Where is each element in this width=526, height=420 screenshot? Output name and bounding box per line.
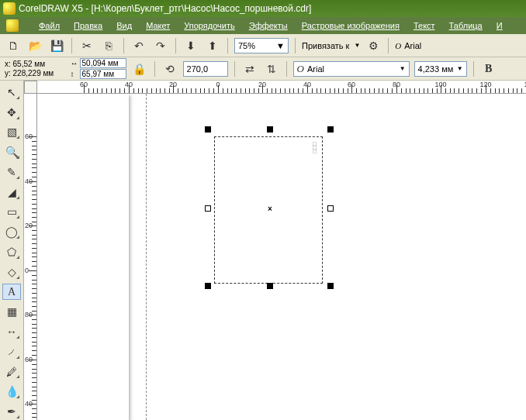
separator xyxy=(154,61,155,77)
polygon-tool[interactable]: ⬠ xyxy=(2,243,21,260)
selection-handle-bc[interactable] xyxy=(267,283,273,289)
guideline-vertical[interactable] xyxy=(146,94,147,420)
horizontal-ruler[interactable]: 604020020406080100120140 xyxy=(37,81,526,94)
menu-table[interactable]: Таблица xyxy=(449,21,483,30)
font-family-select[interactable]: O Arial ▼ xyxy=(293,61,410,77)
height-icon: ↕ xyxy=(71,70,78,78)
rotate-icon: ⟲ xyxy=(161,60,178,77)
shape-tool[interactable]: ✥ xyxy=(2,104,21,121)
title-bar: CorelDRAW X5 - [H:\Корел\Буклет_ртг\Насо… xyxy=(0,0,526,17)
dropdown-arrow-icon: ▼ xyxy=(457,65,463,72)
separator xyxy=(295,38,296,53)
menu-text[interactable]: Текст xyxy=(414,21,435,30)
menu-effects[interactable]: Эффекты xyxy=(249,21,288,30)
cut-button[interactable]: ✂ xyxy=(78,37,95,54)
mirror-h-button[interactable]: ⇄ xyxy=(241,60,258,77)
menu-bar: Файл Правка Вид Макет Упорядочить Эффект… xyxy=(0,17,526,34)
dimension-tool[interactable]: ↔ xyxy=(2,323,21,340)
position-readout: x: 65,52 мм y: 228,229 мм xyxy=(5,60,66,78)
page-boundary xyxy=(37,94,129,420)
menu-view[interactable]: Вид xyxy=(116,21,132,30)
undo-button[interactable]: ↶ xyxy=(130,37,147,54)
dropdown-arrow-icon[interactable]: ▼ xyxy=(354,42,360,49)
selection-handle-tl[interactable] xyxy=(205,126,211,133)
interactive-tool[interactable]: 🖉 xyxy=(2,363,21,380)
open-button[interactable]: 📂 xyxy=(26,37,43,54)
window-title: CorelDRAW X5 - [H:\Корел\Буклет_ртг\Насо… xyxy=(19,3,311,14)
font-preview-icon: O xyxy=(297,63,304,75)
property-bar: x: 65,52 мм y: 228,229 мм ↔50,094 мм ↕65… xyxy=(0,57,526,81)
mirror-v-button[interactable]: ⇅ xyxy=(263,60,280,77)
rectangle-tool[interactable]: ▭ xyxy=(2,204,21,221)
pick-tool[interactable]: ↖ xyxy=(2,84,21,101)
ellipse-tool[interactable]: ◯ xyxy=(2,223,21,240)
menu-edit[interactable]: Правка xyxy=(74,21,102,30)
new-button[interactable]: 🗋 xyxy=(5,37,22,54)
font-name: Arial xyxy=(404,41,421,50)
y-position: 228,229 мм xyxy=(13,69,66,78)
selection-handle-tr[interactable] xyxy=(327,126,334,133)
width-input[interactable]: 50,094 мм xyxy=(80,58,126,68)
save-button[interactable]: 💾 xyxy=(48,37,65,54)
font-name-value: Arial xyxy=(307,64,396,74)
separator xyxy=(227,38,228,53)
separator xyxy=(473,61,474,77)
separator xyxy=(175,38,176,53)
x-position: 65,52 мм xyxy=(13,60,66,69)
options-button[interactable]: ⚙ xyxy=(365,37,382,54)
menu-tools[interactable]: И xyxy=(497,21,503,30)
zoom-level-input[interactable]: 75% ▼ xyxy=(234,38,289,53)
selection-handle-bl[interactable] xyxy=(205,283,211,289)
dimensions-box: ↔50,094 мм ↕65,97 мм xyxy=(71,58,126,79)
copy-button[interactable]: ⎘ xyxy=(100,37,117,54)
freehand-tool[interactable]: ✎ xyxy=(2,164,21,181)
width-icon: ↔ xyxy=(71,59,78,67)
selection-handle-br[interactable] xyxy=(327,283,334,289)
rotation-input[interactable]: 270,0 xyxy=(183,61,228,77)
lock-ratio-button[interactable]: 🔒 xyxy=(131,60,148,77)
menu-layout[interactable]: Макет xyxy=(146,21,170,30)
selection-handle-tc[interactable] xyxy=(267,126,273,133)
export-button[interactable]: ⬆ xyxy=(204,37,221,54)
table-tool[interactable]: ▦ xyxy=(2,303,21,320)
vertical-ruler[interactable]: 6040200806040 xyxy=(24,94,37,420)
dropdown-arrow-icon: ▼ xyxy=(276,41,285,50)
app-logo-icon xyxy=(3,2,16,15)
font-display: O Arial xyxy=(395,41,421,50)
font-size-select[interactable]: 4,233 мм ▼ xyxy=(414,61,467,77)
font-size-value: 4,233 мм xyxy=(418,64,454,74)
crop-tool[interactable]: ▧ xyxy=(2,124,21,141)
separator xyxy=(286,61,287,77)
snap-to-label: Привязать к xyxy=(302,41,349,50)
separator xyxy=(123,38,124,53)
toolbox: ↖ ✥ ▧ 🔍 ✎ ◢ ▭ ◯ ⬠ ◇ A ▦ ↔ ⟋ 🖉 💧 ✒ xyxy=(0,81,24,420)
selection-center-icon: × xyxy=(268,205,272,213)
smart-fill-tool[interactable]: ◢ xyxy=(2,184,21,201)
ruler-origin[interactable] xyxy=(24,81,37,94)
connector-tool[interactable]: ⟋ xyxy=(2,343,21,360)
app-menu-icon xyxy=(6,19,19,32)
separator xyxy=(234,61,235,77)
separator xyxy=(388,38,389,53)
import-button[interactable]: ⬇ xyxy=(182,37,199,54)
rotated-text-object[interactable]: □□□ xyxy=(311,142,318,153)
bold-button[interactable]: B xyxy=(480,60,497,77)
menu-arrange[interactable]: Упорядочить xyxy=(184,21,234,30)
menu-bitmaps[interactable]: Растровые изображения xyxy=(302,21,400,30)
menu-file[interactable]: Файл xyxy=(39,21,60,30)
dropdown-arrow-icon: ▼ xyxy=(400,65,406,72)
standard-toolbar: 🗋 📂 💾 ✂ ⎘ ↶ ↷ ⬇ ⬆ 75% ▼ Привязать к ▼ ⚙ … xyxy=(0,34,526,57)
redo-button[interactable]: ↷ xyxy=(152,37,169,54)
eyedropper-tool[interactable]: 💧 xyxy=(2,383,21,400)
basic-shapes-tool[interactable]: ◇ xyxy=(2,263,21,281)
zoom-tool[interactable]: 🔍 xyxy=(2,143,21,160)
text-tool[interactable]: A xyxy=(2,284,21,301)
zoom-value: 75% xyxy=(238,41,255,50)
selection-handle-ml[interactable] xyxy=(205,205,211,212)
height-input[interactable]: 65,97 мм xyxy=(80,69,126,79)
font-preview-icon: O xyxy=(395,41,401,50)
selection-handle-mr[interactable] xyxy=(327,205,334,212)
drawing-canvas[interactable]: □□□ × xyxy=(37,94,526,420)
outline-tool[interactable]: ✒ xyxy=(2,403,21,420)
separator xyxy=(71,38,72,53)
